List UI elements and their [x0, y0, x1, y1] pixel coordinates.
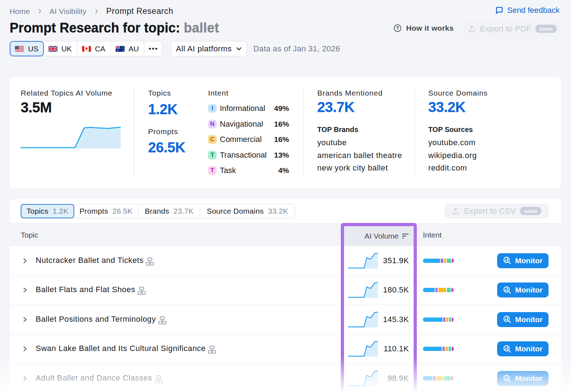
svg-text:?: ? [396, 25, 399, 31]
